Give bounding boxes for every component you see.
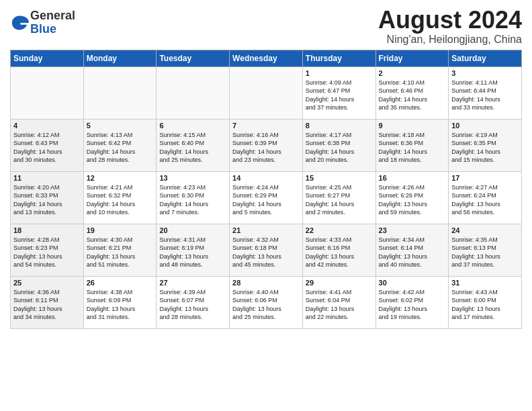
column-header-wednesday: Wednesday bbox=[230, 50, 303, 66]
day-cell: 5Sunrise: 4:13 AM Sunset: 6:42 PM Daylig… bbox=[83, 119, 157, 171]
day-info: Sunrise: 4:24 AM Sunset: 6:29 PM Dayligh… bbox=[232, 183, 300, 217]
header-row: SundayMondayTuesdayWednesdayThursdayFrid… bbox=[11, 50, 522, 66]
location: Ning'an, Heilongjiang, China bbox=[378, 34, 522, 46]
day-cell: 6Sunrise: 4:15 AM Sunset: 6:40 PM Daylig… bbox=[157, 119, 230, 171]
day-number: 16 bbox=[379, 174, 446, 182]
day-cell: 2Sunrise: 4:10 AM Sunset: 6:46 PM Daylig… bbox=[375, 66, 449, 119]
day-info: Sunrise: 4:40 AM Sunset: 6:06 PM Dayligh… bbox=[232, 288, 300, 322]
page-container: General Blue August 2024 Ning'an, Heilon… bbox=[0, 0, 532, 336]
day-cell: 25Sunrise: 4:36 AM Sunset: 6:11 PM Dayli… bbox=[11, 276, 84, 328]
day-number: 18 bbox=[13, 226, 81, 234]
day-info: Sunrise: 4:36 AM Sunset: 6:11 PM Dayligh… bbox=[13, 288, 81, 322]
day-info: Sunrise: 4:28 AM Sunset: 6:23 PM Dayligh… bbox=[13, 236, 81, 269]
day-info: Sunrise: 4:33 AM Sunset: 6:16 PM Dayligh… bbox=[306, 236, 373, 269]
day-number: 11 bbox=[13, 174, 81, 182]
logo-text: General Blue bbox=[30, 9, 75, 36]
day-info: Sunrise: 4:27 AM Sunset: 6:24 PM Dayligh… bbox=[451, 183, 519, 217]
day-info: Sunrise: 4:41 AM Sunset: 6:04 PM Dayligh… bbox=[306, 288, 373, 322]
day-info: Sunrise: 4:38 AM Sunset: 6:09 PM Dayligh… bbox=[87, 288, 154, 322]
logo: General Blue bbox=[10, 9, 75, 36]
day-info: Sunrise: 4:13 AM Sunset: 6:42 PM Dayligh… bbox=[87, 131, 154, 165]
day-number: 5 bbox=[87, 122, 154, 130]
day-cell bbox=[83, 66, 157, 119]
day-number: 4 bbox=[13, 122, 81, 130]
day-number: 27 bbox=[159, 279, 226, 287]
column-header-tuesday: Tuesday bbox=[157, 50, 230, 66]
day-cell bbox=[230, 66, 303, 119]
day-cell: 9Sunrise: 4:18 AM Sunset: 6:36 PM Daylig… bbox=[375, 119, 449, 171]
day-number: 10 bbox=[451, 122, 519, 130]
week-row-3: 11Sunrise: 4:20 AM Sunset: 6:33 PM Dayli… bbox=[11, 171, 522, 224]
day-info: Sunrise: 4:23 AM Sunset: 6:30 PM Dayligh… bbox=[159, 183, 226, 217]
day-info: Sunrise: 4:16 AM Sunset: 6:39 PM Dayligh… bbox=[232, 131, 300, 165]
day-cell: 27Sunrise: 4:39 AM Sunset: 6:07 PM Dayli… bbox=[157, 276, 230, 328]
day-info: Sunrise: 4:21 AM Sunset: 6:32 PM Dayligh… bbox=[87, 183, 154, 217]
day-info: Sunrise: 4:17 AM Sunset: 6:38 PM Dayligh… bbox=[306, 131, 373, 165]
day-number: 26 bbox=[87, 279, 154, 287]
day-cell: 20Sunrise: 4:31 AM Sunset: 6:19 PM Dayli… bbox=[157, 224, 230, 276]
day-info: Sunrise: 4:39 AM Sunset: 6:07 PM Dayligh… bbox=[159, 288, 226, 322]
day-cell: 24Sunrise: 4:35 AM Sunset: 6:13 PM Dayli… bbox=[449, 224, 522, 276]
day-number: 12 bbox=[87, 174, 154, 182]
week-row-5: 25Sunrise: 4:36 AM Sunset: 6:11 PM Dayli… bbox=[11, 276, 522, 328]
day-number: 3 bbox=[451, 69, 519, 77]
day-number: 28 bbox=[232, 279, 300, 287]
day-cell: 17Sunrise: 4:27 AM Sunset: 6:24 PM Dayli… bbox=[449, 171, 522, 224]
day-cell: 11Sunrise: 4:20 AM Sunset: 6:33 PM Dayli… bbox=[11, 171, 84, 224]
logo-general: General bbox=[30, 9, 75, 22]
day-number: 31 bbox=[451, 279, 519, 287]
day-cell: 12Sunrise: 4:21 AM Sunset: 6:32 PM Dayli… bbox=[83, 171, 157, 224]
day-info: Sunrise: 4:10 AM Sunset: 6:46 PM Dayligh… bbox=[379, 79, 446, 112]
day-cell: 8Sunrise: 4:17 AM Sunset: 6:38 PM Daylig… bbox=[302, 119, 375, 171]
day-number: 21 bbox=[232, 226, 300, 234]
day-number: 9 bbox=[379, 122, 446, 130]
day-info: Sunrise: 4:31 AM Sunset: 6:19 PM Dayligh… bbox=[159, 236, 226, 269]
day-number: 19 bbox=[87, 226, 154, 234]
day-info: Sunrise: 4:18 AM Sunset: 6:36 PM Dayligh… bbox=[379, 131, 446, 165]
logo-icon bbox=[10, 13, 29, 32]
day-cell: 1Sunrise: 4:09 AM Sunset: 6:47 PM Daylig… bbox=[302, 66, 375, 119]
day-cell bbox=[157, 66, 230, 119]
day-info: Sunrise: 4:26 AM Sunset: 6:26 PM Dayligh… bbox=[379, 183, 446, 217]
day-cell: 23Sunrise: 4:34 AM Sunset: 6:14 PM Dayli… bbox=[375, 224, 449, 276]
day-info: Sunrise: 4:09 AM Sunset: 6:47 PM Dayligh… bbox=[306, 79, 373, 112]
column-header-saturday: Saturday bbox=[449, 50, 522, 66]
day-info: Sunrise: 4:20 AM Sunset: 6:33 PM Dayligh… bbox=[13, 183, 81, 217]
day-number: 7 bbox=[232, 122, 300, 130]
day-cell: 13Sunrise: 4:23 AM Sunset: 6:30 PM Dayli… bbox=[157, 171, 230, 224]
day-cell: 10Sunrise: 4:19 AM Sunset: 6:35 PM Dayli… bbox=[449, 119, 522, 171]
day-number: 2 bbox=[379, 69, 446, 77]
week-row-2: 4Sunrise: 4:12 AM Sunset: 6:43 PM Daylig… bbox=[11, 119, 522, 171]
title-block: August 2024 Ning'an, Heilongjiang, China bbox=[378, 7, 522, 46]
day-info: Sunrise: 4:32 AM Sunset: 6:18 PM Dayligh… bbox=[232, 236, 300, 269]
day-number: 24 bbox=[451, 226, 519, 234]
day-cell bbox=[11, 66, 84, 119]
day-info: Sunrise: 4:15 AM Sunset: 6:40 PM Dayligh… bbox=[159, 131, 226, 165]
day-info: Sunrise: 4:43 AM Sunset: 6:00 PM Dayligh… bbox=[451, 288, 519, 322]
week-row-4: 18Sunrise: 4:28 AM Sunset: 6:23 PM Dayli… bbox=[11, 224, 522, 276]
day-number: 22 bbox=[306, 226, 373, 234]
column-header-friday: Friday bbox=[375, 50, 449, 66]
column-header-sunday: Sunday bbox=[11, 50, 84, 66]
day-cell: 4Sunrise: 4:12 AM Sunset: 6:43 PM Daylig… bbox=[11, 119, 84, 171]
day-info: Sunrise: 4:35 AM Sunset: 6:13 PM Dayligh… bbox=[451, 236, 519, 269]
day-cell: 7Sunrise: 4:16 AM Sunset: 6:39 PM Daylig… bbox=[230, 119, 303, 171]
day-cell: 14Sunrise: 4:24 AM Sunset: 6:29 PM Dayli… bbox=[230, 171, 303, 224]
day-cell: 3Sunrise: 4:11 AM Sunset: 6:44 PM Daylig… bbox=[449, 66, 522, 119]
day-cell: 15Sunrise: 4:25 AM Sunset: 6:27 PM Dayli… bbox=[302, 171, 375, 224]
day-info: Sunrise: 4:30 AM Sunset: 6:21 PM Dayligh… bbox=[87, 236, 154, 269]
header: General Blue August 2024 Ning'an, Heilon… bbox=[10, 7, 522, 46]
day-cell: 28Sunrise: 4:40 AM Sunset: 6:06 PM Dayli… bbox=[230, 276, 303, 328]
day-number: 8 bbox=[306, 122, 373, 130]
day-info: Sunrise: 4:25 AM Sunset: 6:27 PM Dayligh… bbox=[306, 183, 373, 217]
column-header-thursday: Thursday bbox=[302, 50, 375, 66]
day-number: 25 bbox=[13, 279, 81, 287]
day-number: 20 bbox=[159, 226, 226, 234]
day-cell: 21Sunrise: 4:32 AM Sunset: 6:18 PM Dayli… bbox=[230, 224, 303, 276]
day-number: 30 bbox=[379, 279, 446, 287]
day-info: Sunrise: 4:11 AM Sunset: 6:44 PM Dayligh… bbox=[451, 79, 519, 112]
day-number: 23 bbox=[379, 226, 446, 234]
day-info: Sunrise: 4:34 AM Sunset: 6:14 PM Dayligh… bbox=[379, 236, 446, 269]
logo-blue: Blue bbox=[30, 22, 56, 36]
day-info: Sunrise: 4:19 AM Sunset: 6:35 PM Dayligh… bbox=[451, 131, 519, 165]
